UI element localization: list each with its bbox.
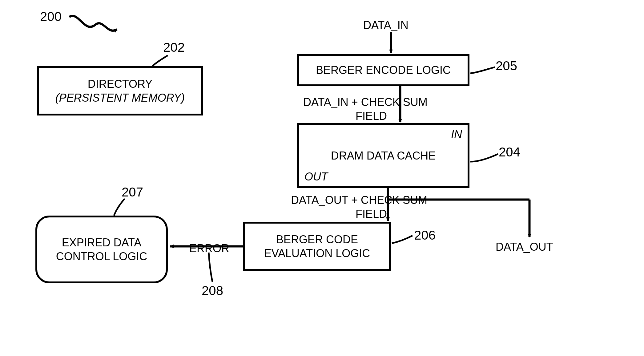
directory-subtitle: (PERSISTENT MEMORY) bbox=[55, 91, 185, 105]
signal-data-out: DATA_OUT bbox=[496, 240, 553, 253]
signal-cache-out-line1: DATA_OUT + CHECK SUM bbox=[291, 193, 427, 207]
expired-label-line2: CONTROL LOGIC bbox=[56, 249, 147, 263]
signal-cache-out-line2: FIELD bbox=[356, 207, 387, 220]
ref-202: 202 bbox=[163, 40, 185, 55]
cache-main-label: DRAM DATA CACHE bbox=[304, 149, 462, 163]
cache-out-label: OUT bbox=[304, 170, 462, 184]
ref-208: 208 bbox=[202, 283, 223, 298]
ref-200: 200 bbox=[40, 9, 62, 24]
block-berger-eval: BERGER CODE EVALUATION LOGIC bbox=[243, 222, 391, 271]
directory-title: DIRECTORY bbox=[88, 77, 153, 91]
encode-label: BERGER ENCODE LOGIC bbox=[316, 63, 451, 77]
ref-204: 204 bbox=[499, 145, 520, 160]
eval-label-line2: EVALUATION LOGIC bbox=[264, 246, 370, 260]
signal-encode-out-line2: FIELD bbox=[356, 109, 387, 123]
eval-label-line1: BERGER CODE bbox=[276, 233, 358, 246]
signal-data-in: DATA_IN bbox=[363, 18, 409, 32]
block-directory: DIRECTORY (PERSISTENT MEMORY) bbox=[37, 66, 203, 115]
ref-206: 206 bbox=[414, 228, 436, 243]
cache-in-label: IN bbox=[304, 127, 462, 141]
block-dram-cache: IN DRAM DATA CACHE OUT bbox=[297, 123, 469, 188]
block-berger-encode: BERGER ENCODE LOGIC bbox=[297, 54, 469, 86]
expired-label-line1: EXPIRED DATA bbox=[62, 236, 142, 249]
signal-encode-out-line1: DATA_IN + CHECK SUM bbox=[303, 95, 428, 109]
signal-error: ERROR bbox=[189, 242, 229, 255]
ref-205: 205 bbox=[496, 59, 517, 73]
ref-207: 207 bbox=[122, 185, 143, 200]
block-expired-data: EXPIRED DATA CONTROL LOGIC bbox=[35, 216, 168, 283]
